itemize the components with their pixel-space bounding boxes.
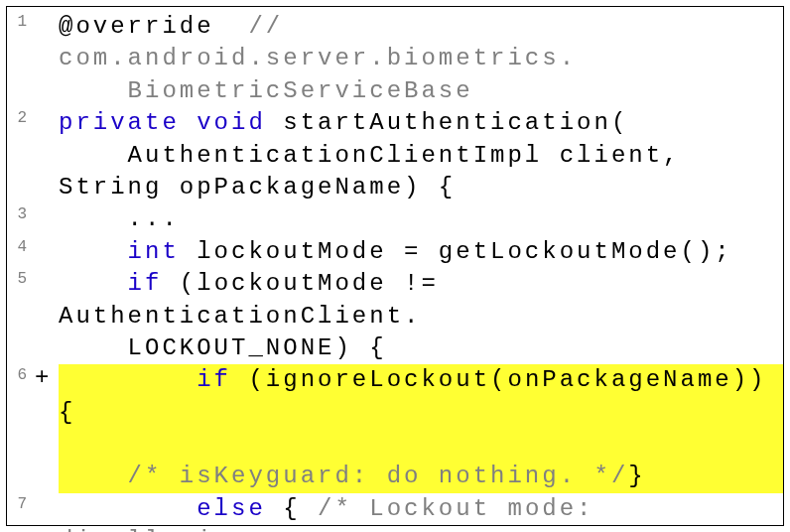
- code-line: 5 if (lockoutMode != AuthenticationClien…: [7, 268, 783, 364]
- code-text: private void startAuthentication( Authen…: [59, 107, 783, 203]
- line-number: 3: [7, 203, 35, 223]
- code-text: int lockoutMode = getLockoutMode();: [59, 236, 783, 268]
- line-number: 7: [7, 493, 35, 513]
- line-number: 1: [7, 11, 35, 31]
- code-line: 3 ...: [7, 203, 783, 235]
- code-listing: 1@override // com.android.server.biometr…: [6, 6, 784, 526]
- line-number: 2: [7, 107, 35, 127]
- code-text: if (lockoutMode != AuthenticationClient.…: [59, 268, 783, 364]
- code-text: ...: [59, 203, 783, 235]
- line-number: 5: [7, 268, 35, 288]
- line-number: 6: [7, 364, 35, 384]
- code-line: 2private void startAuthentication( Authe…: [7, 107, 783, 203]
- code-line: 7 else { /* Lockout mode: disallowing au…: [7, 493, 783, 532]
- code-line: 1@override // com.android.server.biometr…: [7, 11, 783, 107]
- code-text: @override // com.android.server.biometri…: [59, 11, 783, 107]
- code-text: if (ignoreLockout(onPackageName)) { /* i…: [59, 364, 783, 493]
- line-number: 4: [7, 236, 35, 256]
- code-area: 1@override // com.android.server.biometr…: [7, 7, 783, 532]
- code-line: 4 int lockoutMode = getLockoutMode();: [7, 236, 783, 268]
- code-line: 6+ if (ignoreLockout(onPackageName)) { /…: [7, 364, 783, 493]
- diff-plus-marker: +: [35, 364, 59, 391]
- code-text: else { /* Lockout mode: disallowing auth…: [59, 493, 783, 532]
